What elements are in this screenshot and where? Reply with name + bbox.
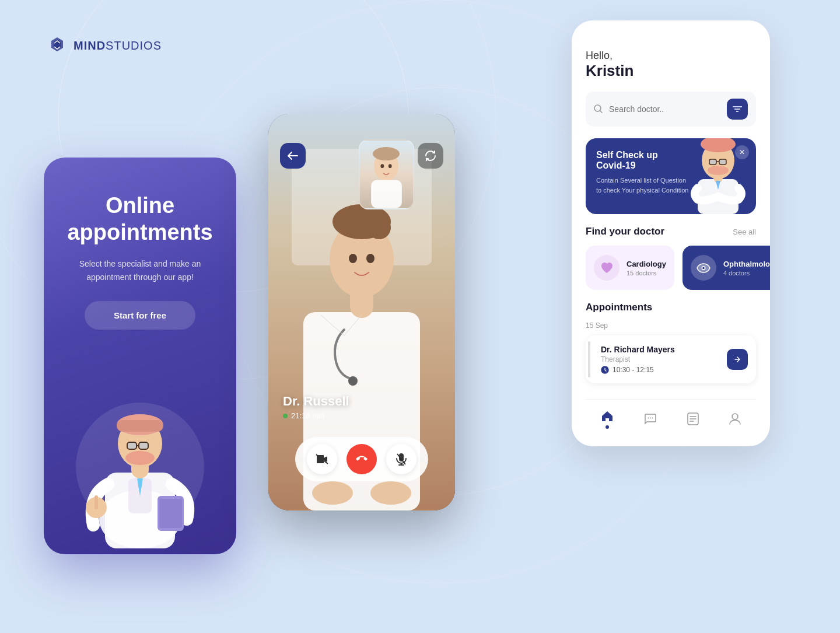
swap-icon (425, 150, 436, 162)
svg-point-57 (650, 418, 651, 419)
cardiology-name: Cardiology (626, 260, 666, 268)
appointments-header: Appointments (586, 302, 756, 313)
timer-text: 21:16 min (291, 411, 324, 420)
swap-camera-button[interactable] (418, 143, 443, 169)
search-icon (594, 104, 603, 114)
ophthalmology-count: 4 doctors (723, 270, 770, 277)
clock-icon (601, 366, 609, 374)
mic-toggle-button[interactable] (386, 444, 416, 474)
circle-decoration (76, 403, 204, 531)
appointment-item[interactable]: Dr. Richard Mayers Therapist 10:30 - 12:… (586, 335, 756, 383)
filter-icon (733, 106, 742, 113)
find-doctor-title: Find your doctor (586, 226, 664, 237)
nav-profile[interactable] (729, 412, 741, 426)
back-icon (288, 152, 298, 160)
find-doctor-section: Find your doctor See all Cardiology 15 d… (586, 226, 756, 302)
appointment-specialty: Therapist (601, 355, 720, 363)
ophthalmology-name: Ophthalmology (723, 260, 770, 268)
camera-toggle-button[interactable] (307, 444, 337, 474)
hangup-button[interactable] (346, 444, 377, 474)
svg-point-25 (349, 254, 357, 263)
cardiology-card[interactable]: Cardiology 15 doctors (586, 246, 674, 290)
svg-point-34 (380, 164, 384, 168)
phone3-screen: Hello, Kristin Self Check upCovid-19 Con… (572, 20, 770, 446)
appointments-section: Appointments 15 Sep Dr. Richard Mayers T… (586, 302, 756, 383)
svg-point-58 (652, 418, 653, 419)
svg-point-27 (348, 376, 358, 386)
appointment-border (588, 341, 590, 377)
cardiology-count: 15 doctors (626, 270, 666, 277)
svg-rect-33 (371, 180, 402, 208)
appointment-detail-button[interactable] (727, 349, 748, 370)
svg-point-24 (368, 216, 391, 239)
document-icon (687, 412, 699, 426)
phone1-screen: Onlineappointments Select the specialist… (44, 158, 236, 554)
svg-point-35 (388, 164, 392, 168)
start-free-button[interactable]: Start for free (85, 301, 195, 330)
svg-point-29 (370, 481, 411, 505)
time-text: 10:30 - 12:15 (612, 366, 654, 374)
logo: MINDSTUDIOS (47, 35, 162, 56)
call-timer: 21:16 min (283, 411, 349, 420)
filter-button[interactable] (727, 99, 748, 120)
brand-icon (47, 35, 68, 56)
svg-point-26 (366, 254, 374, 263)
see-all-link[interactable]: See all (733, 228, 756, 236)
bottom-navigation (586, 399, 756, 435)
appointments-title: Appointments (586, 302, 652, 313)
greeting-name: Kristin (586, 62, 756, 80)
heart-icon (600, 261, 614, 274)
appointment-time: 10:30 - 12:15 (601, 366, 720, 374)
greeting-section: Hello, Kristin (586, 50, 756, 80)
brand-bold-text: MIND (74, 39, 106, 52)
search-bar[interactable] (586, 92, 756, 127)
phone2-screen: Dr. Russell 21:16 min (268, 114, 455, 510)
appointment-info: Dr. Richard Mayers Therapist 10:30 - 12:… (596, 345, 720, 374)
svg-rect-49 (709, 159, 716, 165)
appointment-doctor-name: Dr. Richard Mayers (601, 345, 720, 354)
home-icon (600, 409, 614, 423)
specialty-cards: Cardiology 15 doctors Ophthalmology (586, 246, 756, 290)
doctor-name-area: Dr. Russell 21:16 min (283, 394, 349, 420)
svg-point-54 (702, 267, 705, 270)
banner-doctor-illustration (680, 138, 756, 214)
active-dot (283, 414, 288, 418)
ophthalmology-icon (691, 255, 716, 281)
mic-off-icon (396, 453, 407, 466)
ophthalmology-card[interactable]: Ophthalmology 4 doctors (682, 246, 770, 290)
arrow-right-icon (733, 355, 741, 363)
svg-point-28 (312, 481, 353, 505)
cardiology-icon (594, 255, 620, 281)
phone-icon (355, 452, 369, 466)
svg-point-41 (594, 105, 601, 111)
svg-point-52 (708, 166, 729, 175)
eye-icon (696, 263, 710, 273)
covid-banner: Self Check upCovid-19 Contain Several li… (586, 138, 756, 214)
phone1-subtitle: Select the specialist and make an appoin… (61, 257, 219, 284)
phone1-content: Onlineappointments Select the specialist… (44, 158, 236, 347)
svg-point-56 (648, 418, 649, 419)
appointment-date: 15 Sep (586, 321, 756, 330)
chat-icon (643, 412, 657, 426)
brand-name: MINDSTUDIOS (74, 39, 162, 53)
search-input[interactable] (609, 104, 721, 114)
mini-video-feed (359, 139, 414, 209)
svg-point-63 (732, 414, 738, 419)
doctor-name-text: Dr. Russell (283, 394, 349, 409)
nav-documents[interactable] (687, 412, 699, 426)
profile-icon (729, 412, 741, 426)
banner-description: Contain Several list of Question to chec… (596, 176, 690, 195)
call-controls (295, 437, 428, 481)
cardiology-info: Cardiology 15 doctors (626, 260, 666, 277)
camera-off-icon (316, 454, 328, 464)
brand-light-text: STUDIOS (106, 39, 162, 52)
nav-messages[interactable] (643, 412, 657, 426)
svg-point-32 (373, 147, 400, 160)
svg-rect-50 (719, 159, 726, 165)
ophthalmology-info: Ophthalmology 4 doctors (723, 260, 770, 277)
nav-home[interactable] (600, 409, 614, 429)
phone1-title: Onlineappointments (61, 193, 219, 246)
greeting-hello: Hello, (586, 50, 756, 62)
back-button[interactable] (280, 143, 306, 169)
find-doctor-header: Find your doctor See all (586, 226, 756, 237)
